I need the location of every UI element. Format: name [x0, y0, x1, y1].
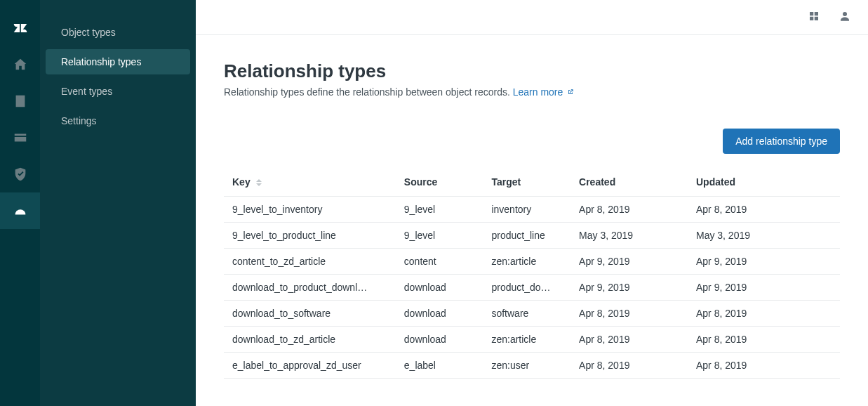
- cell-source: content: [396, 249, 483, 275]
- icon-rail: [0, 0, 40, 406]
- cell-created: Apr 9, 2019: [570, 249, 688, 275]
- sidebar: Object types Relationship types Event ty…: [40, 0, 196, 406]
- sort-icon: [256, 179, 262, 186]
- cell-source: download: [396, 301, 483, 327]
- learn-more-link[interactable]: Learn more: [513, 86, 574, 98]
- cell-source: download: [396, 275, 483, 301]
- table-body: 9_level_to_inventory9_levelinventoryApr …: [224, 197, 840, 379]
- col-header-key-label: Key: [232, 176, 251, 188]
- cell-updated: Apr 9, 2019: [688, 249, 840, 275]
- page-title: Relationship types: [224, 60, 840, 82]
- cell-source: 9_level: [396, 197, 483, 223]
- col-header-created[interactable]: Created: [570, 168, 688, 197]
- table-row[interactable]: 9_level_to_inventory9_levelinventoryApr …: [224, 197, 840, 223]
- main: Relationship types Relationship types de…: [196, 0, 868, 406]
- table-row[interactable]: e_label_to_approval_zd_usere_labelzen:us…: [224, 353, 840, 379]
- svg-rect-0: [810, 12, 813, 15]
- table-row[interactable]: content_to_zd_articlecontentzen:articleA…: [224, 249, 840, 275]
- cell-target: product_line: [483, 223, 570, 249]
- topbar: [196, 0, 868, 35]
- cell-updated: Apr 8, 2019: [688, 353, 840, 379]
- nav-security[interactable]: [0, 156, 40, 192]
- table-row[interactable]: download_to_zd_articledownloadzen:articl…: [224, 327, 840, 353]
- col-header-target[interactable]: Target: [483, 168, 570, 197]
- cell-target: zen:article: [483, 327, 570, 353]
- cell-key: 9_level_to_product_line: [224, 223, 396, 249]
- sidebar-item-object-types[interactable]: Object types: [46, 20, 190, 45]
- home-icon: [13, 57, 28, 72]
- cell-source: 9_level: [396, 223, 483, 249]
- sidebar-item-settings[interactable]: Settings: [46, 108, 190, 133]
- col-header-source[interactable]: Source: [396, 168, 483, 197]
- content: Relationship types Relationship types de…: [196, 35, 868, 406]
- cell-key: download_to_software: [224, 301, 396, 327]
- nav-billing[interactable]: [0, 119, 40, 156]
- learn-more-label: Learn more: [513, 86, 563, 98]
- actions-bar: Add relationship type: [224, 129, 840, 154]
- col-header-updated[interactable]: Updated: [688, 168, 840, 197]
- cell-created: Apr 8, 2019: [570, 353, 688, 379]
- cell-target: zen:article: [483, 249, 570, 275]
- cell-key: download_to_product_downl…: [224, 275, 396, 301]
- user-silhouette-icon[interactable]: [839, 10, 851, 25]
- cell-created: May 3, 2019: [570, 223, 688, 249]
- cell-source: download: [396, 327, 483, 353]
- cell-key: download_to_zd_article: [224, 327, 396, 353]
- svg-rect-3: [815, 17, 818, 20]
- cell-source: e_label: [396, 353, 483, 379]
- svg-point-4: [843, 12, 847, 16]
- sunshine-icon: [13, 203, 28, 218]
- cell-created: Apr 9, 2019: [570, 275, 688, 301]
- apps-grid-icon[interactable]: [808, 10, 820, 25]
- building-icon: [13, 93, 28, 109]
- table-row[interactable]: 9_level_to_product_line9_levelproduct_li…: [224, 223, 840, 249]
- table-row[interactable]: download_to_softwaredownloadsoftwareApr …: [224, 301, 840, 327]
- svg-rect-1: [815, 12, 818, 15]
- svg-rect-2: [810, 17, 813, 20]
- shield-icon: [13, 166, 28, 182]
- credit-card-icon: [13, 130, 28, 145]
- zendesk-logo-icon[interactable]: [0, 10, 40, 46]
- cell-key: 9_level_to_inventory: [224, 197, 396, 223]
- page-description: Relationship types define the relationsh…: [224, 86, 840, 98]
- cell-target: software: [483, 301, 570, 327]
- nav-home[interactable]: [0, 46, 40, 83]
- col-header-key[interactable]: Key: [224, 168, 396, 197]
- cell-target: product_do…: [483, 275, 570, 301]
- cell-updated: Apr 8, 2019: [688, 197, 840, 223]
- nav-sunshine[interactable]: [0, 192, 40, 229]
- cell-updated: Apr 8, 2019: [688, 327, 840, 353]
- cell-created: Apr 8, 2019: [570, 327, 688, 353]
- sidebar-item-event-types[interactable]: Event types: [46, 79, 190, 104]
- sidebar-item-relationship-types[interactable]: Relationship types: [46, 49, 190, 74]
- table-header-row: Key Source Target Created Updated: [224, 168, 840, 197]
- cell-updated: May 3, 2019: [688, 223, 840, 249]
- cell-created: Apr 8, 2019: [570, 301, 688, 327]
- cell-target: zen:user: [483, 353, 570, 379]
- cell-key: content_to_zd_article: [224, 249, 396, 275]
- nav-org[interactable]: [0, 83, 40, 119]
- relationship-types-table: Key Source Target Created Updated 9_leve…: [224, 168, 840, 379]
- page-description-text: Relationship types define the relationsh…: [224, 86, 510, 98]
- table-row[interactable]: download_to_product_downl…downloadproduc…: [224, 275, 840, 301]
- cell-created: Apr 8, 2019: [570, 197, 688, 223]
- external-link-icon: [567, 89, 574, 96]
- cell-updated: Apr 9, 2019: [688, 275, 840, 301]
- add-relationship-type-button[interactable]: Add relationship type: [723, 129, 840, 154]
- cell-target: inventory: [483, 197, 570, 223]
- cell-key: e_label_to_approval_zd_user: [224, 353, 396, 379]
- cell-updated: Apr 8, 2019: [688, 301, 840, 327]
